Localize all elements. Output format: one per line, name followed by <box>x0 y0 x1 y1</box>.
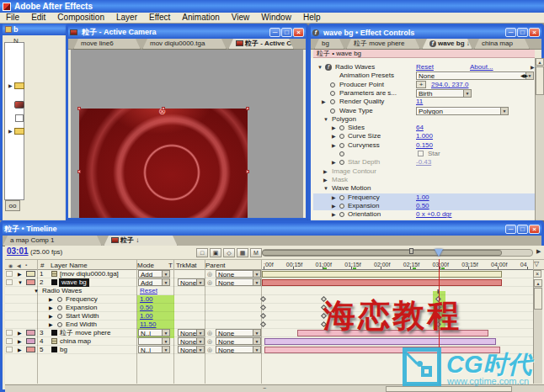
selection-handle[interactable] <box>246 170 249 173</box>
property-value[interactable]: 1.00 <box>140 295 153 304</box>
stopwatch-icon[interactable] <box>339 151 344 156</box>
about-link[interactable]: About... <box>470 63 493 72</box>
tab-mov-diqiu0000.tga[interactable]: mov diqiu0000.tga <box>142 39 227 50</box>
comp-marker-bin-icon[interactable]: ▽ <box>534 260 539 268</box>
stopwatch-icon[interactable] <box>339 125 344 130</box>
scrollbar-thumb[interactable] <box>536 66 544 95</box>
mode-dropdown[interactable]: N..l▼ <box>138 346 170 353</box>
current-time-indicator[interactable] <box>435 249 443 257</box>
effect-name[interactable]: Radio Waves <box>42 287 82 295</box>
chevron-down-icon[interactable]: ▼ <box>253 271 260 277</box>
stopwatch-icon[interactable] <box>339 212 344 217</box>
twirl-icon[interactable]: ▶ <box>323 176 328 184</box>
twirl-icon[interactable]: ▼ <box>317 63 323 72</box>
video-toggle[interactable] <box>6 347 13 352</box>
twirl-icon[interactable]: ▼ <box>323 115 328 124</box>
chevron-down-icon[interactable]: ▼ <box>500 108 508 114</box>
selection-handle[interactable] <box>77 107 81 110</box>
stopwatch-icon[interactable] <box>339 204 344 209</box>
effect-controls-titlebar[interactable]: f wave bg • Effect Controls ─ □ × <box>311 26 541 39</box>
chevron-down-icon[interactable]: ▼ <box>162 330 169 336</box>
stopwatch-icon[interactable] <box>330 82 335 87</box>
chevron-down-icon[interactable]: ▼ <box>162 279 169 285</box>
stopwatch-icon[interactable] <box>57 297 62 302</box>
layer-color-swatch[interactable] <box>26 338 35 344</box>
trkmat-dropdown[interactable]: None▼ <box>178 329 205 336</box>
mode-dropdown[interactable]: Add▼ <box>138 278 170 286</box>
layer-color-swatch[interactable] <box>26 347 35 352</box>
tab-bg[interactable]: bg <box>314 39 344 50</box>
layer-color-swatch[interactable] <box>26 279 35 285</box>
parent-dropdown[interactable]: None▼ <box>216 346 261 353</box>
layer-color-swatch[interactable] <box>26 330 35 336</box>
folder-icon[interactable] <box>14 128 24 135</box>
property-value[interactable]: 11.50 <box>140 320 156 329</box>
tab-粒子---Active-Camera-↓[interactable]: 粒子 - Active Camera ↓ <box>228 39 294 50</box>
layer-name[interactable]: wave bg <box>59 278 89 287</box>
comp-flowchart-button[interactable]: ▣ <box>210 248 221 257</box>
pickwhip-icon[interactable]: ◎ <box>207 329 212 337</box>
menu-view[interactable]: View <box>226 13 256 23</box>
mode-dropdown[interactable]: Add▼ <box>138 270 170 278</box>
selection-handle[interactable] <box>246 107 249 110</box>
chevron-down-icon[interactable]: ▼ <box>253 338 260 344</box>
tab-china-map[interactable]: china map <box>474 39 530 50</box>
layer-duration-bar[interactable] <box>262 279 502 286</box>
mode-dropdown[interactable]: ▼ <box>138 337 170 345</box>
search-binoculars-icon[interactable]: oo <box>5 200 20 211</box>
twirl-icon[interactable]: ▶ <box>332 158 336 167</box>
time-ruler[interactable]: :00f00:15f01:00f01:15f02:00f02:15f03:00f… <box>261 259 533 270</box>
menu-file[interactable]: File <box>0 13 25 23</box>
twirl-icon[interactable]: ▶ <box>332 202 336 210</box>
param-value[interactable]: 0 x +0.0 dgr <box>416 210 451 219</box>
comp-family-button[interactable]: □ <box>196 248 208 257</box>
twirl-icon[interactable]: ▶ <box>322 98 326 106</box>
minimize-button[interactable]: ─ <box>505 28 516 37</box>
composition-icon[interactable] <box>14 101 24 109</box>
twirl-icon[interactable]: ▶ <box>18 337 22 346</box>
param-value[interactable]: 1.000 <box>416 132 433 140</box>
chevron-down-icon[interactable]: ▼ <box>196 279 204 285</box>
twirl-icon[interactable]: ▶ <box>49 304 53 312</box>
tab-wave-bg-↓[interactable]: fwave bg ↓ <box>422 39 472 50</box>
chevron-down-icon[interactable]: ▼ <box>196 338 204 344</box>
timeline-marker[interactable] <box>409 248 413 254</box>
video-toggle[interactable] <box>6 279 13 285</box>
trkmat-dropdown[interactable]: None▼ <box>178 337 205 345</box>
parent-dropdown[interactable]: None▼ <box>216 270 261 278</box>
chevron-down-icon[interactable]: ▼ <box>196 347 204 352</box>
stopwatch-icon[interactable] <box>339 160 344 165</box>
pickwhip-icon[interactable]: ◎ <box>207 278 212 287</box>
minimize-button[interactable]: ─ <box>269 28 280 37</box>
chevron-down-icon[interactable]: ▼ <box>162 338 169 344</box>
trkmat-dropdown[interactable]: None▼ <box>178 278 205 286</box>
video-toggle[interactable] <box>6 271 13 277</box>
chevron-down-icon[interactable]: ▼ <box>162 271 169 277</box>
pickwhip-icon[interactable]: ◎ <box>207 337 212 346</box>
param-value[interactable]: 294.0, 237.0 <box>431 81 468 89</box>
twirl-icon[interactable]: ▶ <box>8 128 13 134</box>
twirl-icon[interactable]: ▶ <box>49 312 53 320</box>
folder-icon[interactable] <box>14 82 24 89</box>
frame-blend-button[interactable]: ▦ <box>237 248 248 257</box>
param-dropdown[interactable]: Polygon▼ <box>416 107 509 115</box>
video-toggle[interactable] <box>6 330 13 336</box>
comp-window-titlebar[interactable]: 粒子 - Active Camera ─ □ × <box>68 26 306 39</box>
close-button[interactable]: × <box>529 225 540 234</box>
close-button[interactable]: × <box>293 28 304 37</box>
param-value[interactable]: 0.150 <box>416 141 433 150</box>
menu-effect[interactable]: Effect <box>143 13 176 23</box>
twirl-icon[interactable]: ▶ <box>49 320 53 329</box>
scrollbar-thumb[interactable] <box>386 386 512 392</box>
stopwatch-icon[interactable] <box>330 99 335 104</box>
panel-menu-icon[interactable]: ▶ <box>531 63 535 72</box>
stopwatch-icon[interactable] <box>339 195 344 200</box>
effect-panel-scrollbar[interactable]: ▲ <box>535 58 544 220</box>
chevron-down-icon[interactable]: ▼ <box>162 347 169 352</box>
ruler-right-arrow-icon[interactable]: ▶ <box>536 248 541 255</box>
twirl-icon[interactable]: ▶ <box>332 124 336 132</box>
chevron-down-icon[interactable]: ▼ <box>253 330 260 336</box>
chevron-down-icon[interactable]: ▼ <box>253 279 260 285</box>
stopwatch-icon[interactable] <box>330 91 335 96</box>
parent-dropdown[interactable]: None▼ <box>216 337 261 345</box>
